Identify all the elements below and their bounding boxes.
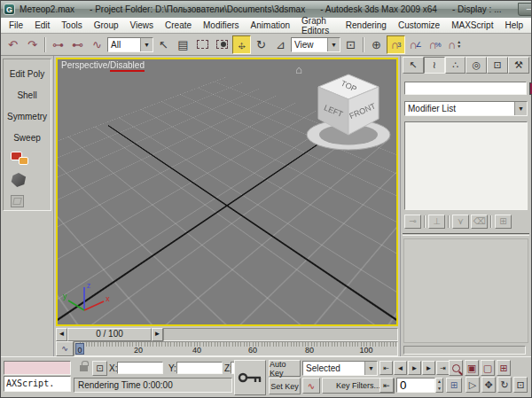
select-and-scale-button[interactable]: ⊿ [271, 35, 290, 54]
configure-modifier-sets-button[interactable]: ⊞ [495, 215, 512, 229]
unlink-selection-button[interactable]: ⊷ [68, 35, 87, 54]
shell-button[interactable]: Shell [4, 84, 51, 105]
use-pivot-point-center-button[interactable]: ⊡ [341, 35, 360, 54]
viewcube-home-icon[interactable]: ⌂ [295, 63, 302, 76]
rectangular-selection-region-button[interactable] [193, 35, 212, 54]
select-object-button[interactable]: ↖ [154, 35, 173, 54]
auto-key-button[interactable]: Auto Key [269, 360, 301, 377]
tab-utilities[interactable]: ⚒ [508, 57, 529, 74]
symmetry-button[interactable]: Symmetry [4, 105, 51, 127]
menu-maxscript[interactable]: MAXScript [451, 20, 493, 30]
show-end-result-button[interactable]: ⊥ [428, 215, 445, 229]
menu-edit[interactable]: Edit [35, 20, 50, 30]
select-by-name-button[interactable]: ▤ [174, 35, 192, 54]
zoom-all-button[interactable]: ▣ [465, 360, 479, 376]
previous-frame-button[interactable]: ◄ [394, 361, 407, 375]
macro-recorder-pane[interactable] [4, 361, 71, 375]
time-configuration-icon: ⊞ [450, 380, 458, 390]
zoom-extents-all-button[interactable]: ⊞ [497, 360, 511, 376]
zoom-button[interactable] [449, 360, 463, 376]
go-to-start-button[interactable]: ⇤ [379, 361, 393, 375]
time-slider-handle[interactable]: 0 / 100 [67, 328, 152, 341]
toggle-set-key-mode-button[interactable] [234, 360, 266, 395]
perspective-viewport[interactable]: Perspective/Disabled ⌂ TOP LEFT FRONT [56, 58, 398, 326]
pin-stack-button[interactable]: ⊸ [404, 215, 421, 229]
y-coordinate-field[interactable] [176, 362, 223, 374]
tab-motion[interactable]: ◎ [466, 57, 487, 74]
tab-modify[interactable]: ≀ [424, 57, 445, 74]
new-key-default-in-out-tangents-button[interactable]: ∿ [302, 378, 320, 394]
tangent-curve-icon: ∿ [308, 381, 315, 391]
sweep-button[interactable]: Sweep [4, 127, 51, 148]
chevron-down-icon: ▼ [514, 102, 527, 115]
object-name-field[interactable] [404, 82, 527, 95]
percent-snap-toggle-button[interactable]: ∩% [426, 35, 444, 54]
polyhedron-primitive-button[interactable] [4, 169, 51, 191]
time-slider-track[interactable] [163, 328, 398, 341]
pan-view-button[interactable]: ✥ [481, 377, 496, 393]
box-icon [11, 195, 24, 207]
menu-views[interactable]: Views [130, 20, 154, 30]
box-primitive-button[interactable] [4, 191, 51, 212]
menu-help[interactable]: Help [505, 20, 523, 30]
set-key-button[interactable]: Set Key [269, 378, 301, 394]
modifier-stack-list[interactable] [404, 121, 528, 210]
tab-create[interactable]: ↖ [403, 57, 424, 74]
play-animation-button[interactable]: ► [408, 361, 421, 375]
mini-curve-editor-button[interactable]: ∿ [56, 341, 74, 356]
minimize-button[interactable]: ─ [518, 3, 532, 16]
menu-tools[interactable]: Tools [61, 20, 82, 30]
go-to-end-button[interactable]: ⇥ [436, 361, 450, 375]
select-and-link-button[interactable]: ⊶ [49, 35, 67, 54]
tripod-x-label: x [106, 294, 110, 303]
spinner-snap-toggle-button[interactable]: ∩ ▲▼ [445, 35, 464, 54]
redo-button[interactable]: ↷ [23, 35, 42, 54]
snaps-toggle-button[interactable]: ∩3 [387, 35, 405, 54]
track-bar-strip[interactable]: 0 20 40 60 80 100 [74, 341, 398, 356]
x-coordinate-field[interactable] [117, 362, 163, 374]
selection-filter-dropdown[interactable]: All ▼ [107, 37, 153, 52]
maxscript-mini-listener[interactable]: AXScript. [4, 376, 71, 392]
make-unique-button[interactable]: ⋎ [452, 215, 469, 229]
menu-graph-editors[interactable]: Graph Editors [301, 16, 334, 35]
selection-lock-icon[interactable] [80, 365, 88, 371]
named-selection-sets-button[interactable] [4, 148, 51, 169]
menu-group[interactable]: Group [94, 20, 119, 30]
edit-poly-button[interactable]: Edit Poly [4, 63, 51, 84]
zoom-extents-button[interactable]: ▢ [481, 360, 495, 376]
bind-to-space-warp-button[interactable]: ∿ [88, 35, 106, 54]
undo-button[interactable]: ↶ [4, 35, 22, 54]
playback-controls: ⇤ ◄ ► ► ⇥ [379, 361, 450, 375]
key-filter-selection-dropdown[interactable]: Selected ▼ [302, 361, 378, 376]
view-cube[interactable]: TOP LEFT FRONT [302, 62, 395, 156]
arc-rotate-button[interactable]: ↻ [497, 377, 512, 393]
time-slider-prev-button[interactable]: ◄ [56, 328, 67, 341]
reference-coordinate-system-dropdown[interactable]: View ▼ [291, 37, 340, 52]
menu-customize[interactable]: Customize [398, 20, 440, 30]
frame-spinner[interactable]: ▲ ▼ [435, 378, 443, 393]
angle-snap-toggle-button[interactable]: ∩∠ [406, 35, 425, 54]
window-crossing-button[interactable] [213, 35, 231, 54]
select-and-manipulate-button[interactable]: ⊕ [367, 35, 386, 54]
current-frame-field[interactable] [396, 378, 435, 393]
viewport-label[interactable]: Perspective/Disabled [61, 60, 145, 70]
select-and-rotate-button[interactable]: ↻ [252, 35, 270, 54]
menu-file[interactable]: File [9, 20, 23, 30]
window-crossing-icon [216, 40, 228, 49]
remove-modifier-button[interactable]: ⌫ [471, 215, 488, 229]
select-and-move-button[interactable]: ↔↕ [232, 35, 251, 54]
tab-hierarchy[interactable]: ∴ [445, 57, 466, 74]
time-slider-next-button[interactable]: ► [152, 328, 163, 341]
field-of-view-button[interactable]: ▷ [466, 377, 480, 393]
time-configuration-button[interactable]: ⊞ [446, 378, 462, 393]
absolute-offset-mode-button[interactable]: ⊡ [92, 361, 107, 376]
menu-animation[interactable]: Animation [251, 20, 290, 30]
tab-display[interactable]: ⊡ [487, 57, 508, 74]
menu-rendering[interactable]: Rendering [346, 20, 387, 30]
menu-modifiers[interactable]: Modifiers [203, 20, 239, 30]
menu-create[interactable]: Create [165, 20, 192, 30]
modifier-list-dropdown[interactable]: Modifier List ▼ [404, 101, 528, 116]
next-frame-button[interactable]: ► [422, 361, 435, 375]
maximize-viewport-toggle-button[interactable]: ⊡ [513, 377, 528, 393]
key-mode-toggle-button[interactable]: ⇤ [379, 378, 394, 393]
